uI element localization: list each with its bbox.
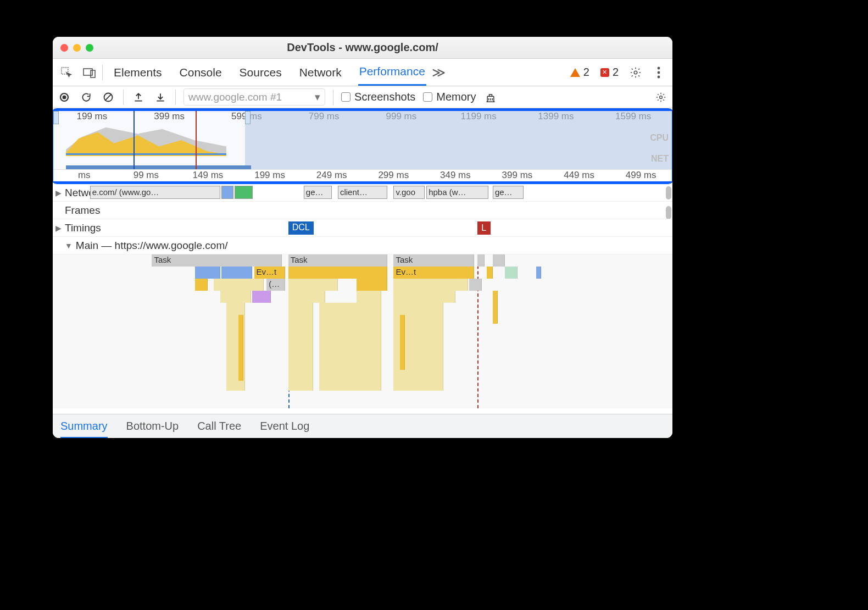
memory-checkbox[interactable]: Memory: [423, 91, 476, 103]
flame-bar[interactable]: [393, 291, 455, 303]
dcl-marker[interactable]: DCL: [288, 221, 314, 235]
network-request-bar[interactable]: ge…: [493, 186, 524, 199]
flame-bar[interactable]: [357, 279, 387, 291]
tab-bottom-up[interactable]: Bottom-Up: [126, 420, 179, 432]
flame-task[interactable]: [493, 254, 505, 267]
flame-bar[interactable]: [469, 279, 482, 291]
recording-selector[interactable]: www.google.com #1 ▾: [183, 88, 325, 106]
flame-bar[interactable]: [221, 267, 252, 279]
network-request-bar[interactable]: e.com/ (www.go…: [90, 186, 220, 199]
clear-button[interactable]: [101, 90, 115, 104]
flame-bar[interactable]: [288, 279, 338, 291]
record-button[interactable]: [57, 90, 71, 104]
svg-point-5: [658, 71, 660, 74]
flame-bar[interactable]: [288, 291, 326, 303]
network-request-bar[interactable]: client…: [338, 186, 387, 199]
errors-count: 2: [613, 66, 619, 79]
tab-performance[interactable]: Performance: [358, 59, 426, 86]
network-request-bar[interactable]: [221, 186, 234, 199]
flame-bar[interactable]: [393, 279, 468, 291]
flame-bar[interactable]: [220, 291, 251, 303]
svg-line-10: [105, 94, 112, 101]
flame-stack[interactable]: [238, 315, 243, 381]
overview-right-handle[interactable]: [245, 111, 251, 124]
capture-settings-gear-icon[interactable]: [654, 90, 668, 104]
expand-toggle-icon[interactable]: ▼: [65, 241, 73, 250]
dcl-marker-line: [133, 111, 135, 170]
more-tabs-icon[interactable]: ≫: [429, 62, 449, 83]
settings-gear-icon[interactable]: [625, 62, 646, 83]
flame-bar[interactable]: (…: [266, 279, 285, 291]
tab-summary[interactable]: Summary: [60, 420, 108, 438]
network-request-bar[interactable]: v.goo: [393, 186, 424, 199]
load-vline: [477, 254, 478, 408]
close-window-button[interactable]: [60, 44, 68, 52]
download-profile-icon[interactable]: [153, 90, 168, 104]
svg-point-6: [658, 75, 660, 78]
checkbox-icon: [341, 92, 350, 102]
zoomed-ruler: ms 99 ms 149 ms 199 ms 249 ms 299 ms 349…: [53, 169, 672, 181]
tab-event-log[interactable]: Event Log: [260, 420, 309, 432]
screenshots-checkbox[interactable]: Screenshots: [341, 91, 415, 103]
flame-stack[interactable]: [319, 303, 381, 391]
flame-stack[interactable]: [288, 303, 313, 391]
frames-track-header[interactable]: Frames: [53, 202, 672, 219]
flame-bar[interactable]: [252, 291, 271, 303]
load-marker[interactable]: L: [477, 221, 491, 235]
error-square-icon: ✕: [600, 68, 609, 77]
flame-task[interactable]: Task: [152, 254, 282, 267]
minimize-window-button[interactable]: [73, 44, 81, 52]
cpu-overview-chart: [66, 124, 227, 156]
frames-label: Frames: [53, 204, 100, 217]
warnings-count: 2: [583, 66, 589, 79]
panel-tabs: Elements Console Sources Network Perform…: [113, 59, 426, 86]
flame-bar[interactable]: [536, 267, 541, 279]
errors-badge[interactable]: ✕ 2: [600, 66, 619, 79]
tab-elements[interactable]: Elements: [113, 59, 163, 86]
separator: [123, 90, 124, 105]
tab-network[interactable]: Network: [298, 59, 343, 86]
tracks-area[interactable]: ▶ Network e.com/ (www.go…ge…client…v.goo…: [53, 184, 672, 408]
warnings-badge[interactable]: 2: [570, 66, 589, 79]
flame-task[interactable]: Task: [288, 254, 387, 267]
timings-track-header[interactable]: ▶ Timings DCL L: [53, 219, 672, 237]
main-thread-header[interactable]: ▼ Main — https://www.google.com/: [53, 237, 672, 254]
network-bars: e.com/ (www.go…ge…client…v.goohpba (w…ge…: [53, 184, 672, 201]
flame-task[interactable]: [477, 254, 485, 267]
tab-console[interactable]: Console: [179, 59, 223, 86]
recording-selector-value: www.google.com #1: [188, 91, 282, 103]
flame-bar[interactable]: [357, 291, 381, 303]
network-request-bar[interactable]: [235, 186, 253, 199]
garbage-collect-icon[interactable]: [483, 90, 498, 104]
network-track-header[interactable]: ▶ Network e.com/ (www.go…ge…client…v.goo…: [53, 184, 672, 202]
flame-bar[interactable]: [505, 267, 518, 279]
main-label: Main — https://www.google.com/: [76, 240, 228, 252]
flame-bar[interactable]: [487, 267, 493, 279]
flame-bar[interactable]: [195, 279, 208, 291]
network-request-bar[interactable]: ge…: [304, 186, 332, 199]
upload-profile-icon[interactable]: [131, 90, 146, 104]
inspect-element-icon[interactable]: [56, 62, 77, 83]
flame-event[interactable]: Ev…t: [393, 267, 474, 279]
kebab-menu-icon[interactable]: [648, 62, 669, 83]
device-toolbar-icon[interactable]: [79, 62, 100, 83]
flame-event[interactable]: Ev…t: [254, 267, 285, 279]
traffic-lights: [60, 44, 93, 52]
flame-event[interactable]: [288, 267, 387, 279]
flame-bar[interactable]: [214, 279, 263, 291]
expand-toggle-icon[interactable]: ▶: [55, 224, 62, 232]
flame-bar[interactable]: [195, 267, 220, 279]
flame-task[interactable]: Task: [393, 254, 474, 267]
flame-stack[interactable]: [493, 291, 498, 324]
flame-chart[interactable]: Task Task Task Ev…t Ev…t (…: [53, 254, 672, 408]
zoom-window-button[interactable]: [86, 44, 93, 52]
flame-stack[interactable]: [400, 315, 405, 370]
network-request-bar[interactable]: hpba (w…: [426, 186, 488, 199]
tab-sources[interactable]: Sources: [238, 59, 283, 86]
tab-call-tree[interactable]: Call Tree: [197, 420, 241, 432]
svg-point-4: [658, 66, 660, 69]
overview-left-handle[interactable]: [53, 111, 59, 124]
memory-label: Memory: [436, 91, 476, 103]
timeline-overview[interactable]: 199 ms 399 ms 599 ms 799 ms 999 ms 1199 …: [53, 111, 672, 181]
reload-record-button[interactable]: [79, 90, 93, 104]
